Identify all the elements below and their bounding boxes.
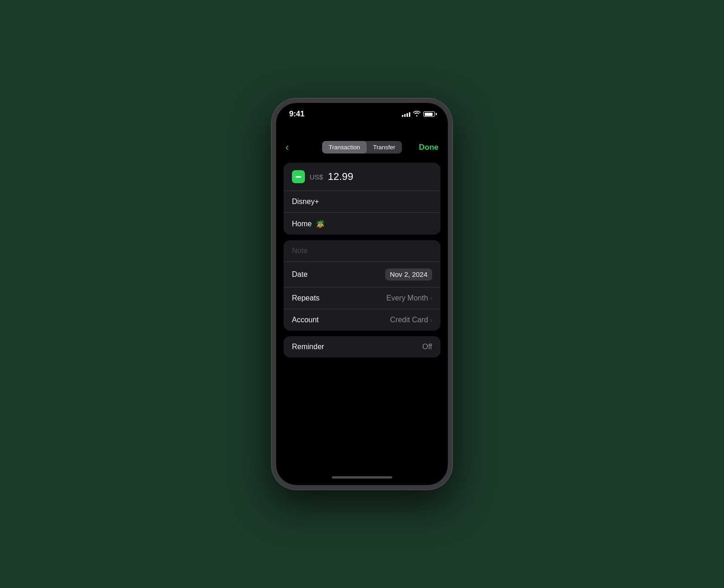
home-indicator — [276, 469, 448, 485]
account-value: Credit Card — [390, 316, 428, 324]
repeats-value-row: Every Month › — [387, 294, 432, 302]
status-icons — [402, 110, 435, 118]
details-card: Note Date Nov 2, 2024 Repeats Every Mont… — [284, 240, 440, 331]
screen: 9:41 — [276, 103, 448, 485]
date-label: Date — [292, 270, 308, 279]
amount-row: US$ 12.99 — [292, 170, 432, 183]
repeats-value: Every Month — [387, 294, 428, 302]
date-row[interactable]: Date Nov 2, 2024 — [284, 262, 440, 288]
repeats-chevron-icon: › — [430, 294, 432, 302]
category-section[interactable]: Home 🪴 — [284, 213, 440, 235]
reminder-row[interactable]: Reminder Off — [284, 336, 440, 358]
tab-transfer[interactable]: Transfer — [367, 141, 402, 153]
reminder-card[interactable]: Reminder Off — [284, 336, 440, 358]
date-value: Nov 2, 2024 — [390, 270, 427, 278]
status-time: 9:41 — [289, 109, 304, 119]
tab-transaction[interactable]: Transaction — [322, 141, 366, 153]
transaction-card: US$ 12.99 Disney+ Home 🪴 — [284, 163, 440, 235]
reminder-label: Reminder — [292, 343, 324, 351]
back-button[interactable]: ‹ — [285, 141, 306, 153]
status-bar: 9:41 — [276, 103, 448, 119]
amount-currency: US$ — [310, 173, 323, 181]
merchant-section[interactable]: Disney+ — [284, 191, 440, 213]
content-area: US$ 12.99 Disney+ Home 🪴 — [276, 159, 448, 469]
amount-icon — [292, 170, 305, 183]
phone-wrapper: 9:41 — [272, 98, 452, 490]
done-button[interactable]: Done — [418, 143, 439, 152]
account-row[interactable]: Account Credit Card › — [284, 309, 440, 331]
dynamic-island — [334, 121, 390, 137]
phone-body: 9:41 — [272, 98, 452, 490]
signal-icon — [402, 111, 410, 117]
battery-fill — [425, 113, 433, 116]
reminder-value: Off — [422, 343, 432, 351]
account-chevron-icon: › — [430, 316, 432, 324]
account-value-row: Credit Card › — [390, 316, 432, 324]
category-row: Home 🪴 — [292, 219, 432, 228]
account-label: Account — [292, 316, 319, 324]
note-placeholder[interactable]: Note — [292, 247, 308, 255]
repeats-label: Repeats — [292, 294, 320, 302]
segment-control[interactable]: Transaction Transfer — [322, 141, 401, 153]
merchant-name[interactable]: Disney+ — [292, 198, 319, 205]
category-name: Home — [292, 220, 312, 228]
amount-section[interactable]: US$ 12.99 — [284, 163, 440, 191]
category-emoji: 🪴 — [316, 219, 325, 228]
note-section[interactable]: Note — [284, 240, 440, 262]
battery-icon — [423, 111, 435, 117]
date-badge[interactable]: Nov 2, 2024 — [385, 268, 432, 281]
minus-icon — [296, 176, 301, 178]
wifi-icon — [413, 110, 420, 118]
nav-bar: ‹ Transaction Transfer Done — [276, 139, 448, 159]
repeats-row[interactable]: Repeats Every Month › — [284, 288, 440, 309]
home-bar — [332, 476, 392, 479]
amount-value[interactable]: 12.99 — [328, 171, 353, 183]
